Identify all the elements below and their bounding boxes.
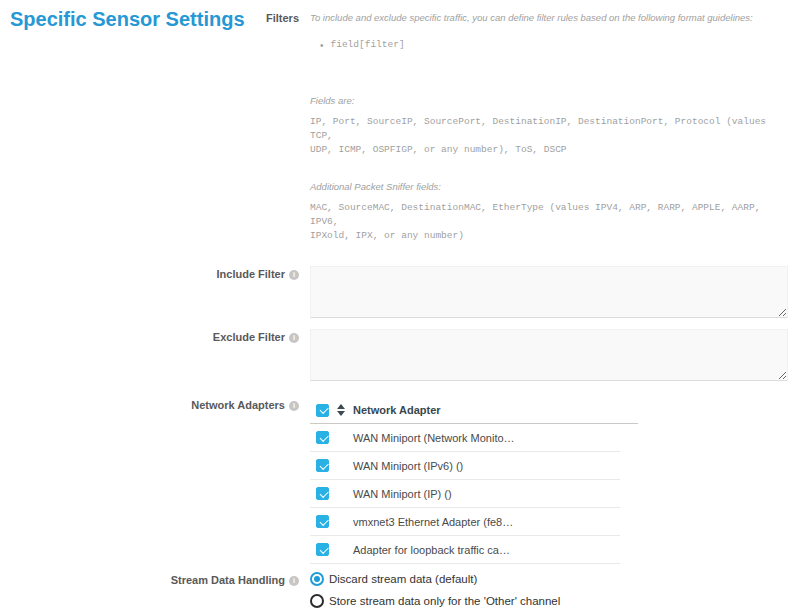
filters-row: Filters To include and exclude specific … bbox=[0, 0, 802, 243]
sort-icon[interactable] bbox=[337, 404, 345, 416]
radio-option-label: Store stream data only for the 'Other' c… bbox=[329, 595, 560, 607]
additional-fields-label: Additional Packet Sniffer fields: bbox=[310, 181, 791, 192]
adapter-name: vmxnet3 Ethernet Adapter (fe8… bbox=[353, 516, 513, 528]
filters-guidance: To include and exclude specific traffic,… bbox=[310, 10, 791, 243]
info-icon[interactable]: i bbox=[289, 333, 299, 343]
network-adapters-label-text: Network Adapters bbox=[191, 399, 285, 411]
network-adapters-row: Network Adaptersi Network Adapter WAN Mi… bbox=[0, 397, 802, 564]
table-row: Adapter for loopback traffic ca… bbox=[310, 536, 620, 564]
adapter-checkbox[interactable] bbox=[316, 515, 329, 528]
network-adapters-label: Network Adaptersi bbox=[0, 397, 310, 411]
exclude-filter-row: Exclude Filteri bbox=[0, 329, 802, 381]
adapter-checkbox[interactable] bbox=[316, 487, 329, 500]
table-row: WAN Miniport (IP) () bbox=[310, 480, 620, 508]
table-row: WAN Miniport (Network Monito… bbox=[310, 424, 620, 452]
adapter-column-header[interactable]: Network Adapter bbox=[353, 404, 441, 416]
filters-format-bullet: • field[filter] bbox=[320, 38, 791, 52]
sort-desc-arrow bbox=[337, 411, 345, 416]
adapter-name: WAN Miniport (IPv6) () bbox=[353, 460, 463, 472]
info-icon[interactable]: i bbox=[289, 576, 299, 586]
network-adapter-table: Network Adapter WAN Miniport (Network Mo… bbox=[310, 397, 638, 564]
sensor-settings-form: Filters To include and exclude specific … bbox=[0, 0, 802, 608]
filters-intro-text: To include and exclude specific traffic,… bbox=[310, 10, 791, 23]
exclude-filter-input[interactable] bbox=[310, 329, 788, 381]
additional-fields-list: MAC, SourceMAC, DestinationMAC, EtherTyp… bbox=[310, 201, 791, 243]
filters-format-pattern: field[filter] bbox=[331, 38, 405, 52]
adapter-table-header: Network Adapter bbox=[310, 397, 638, 424]
filters-label: Filters bbox=[0, 10, 310, 24]
include-filter-label: Include Filteri bbox=[0, 266, 310, 280]
table-row: vmxnet3 Ethernet Adapter (fe8… bbox=[310, 508, 620, 536]
stream-data-handling-label-text: Stream Data Handling bbox=[171, 574, 285, 586]
fields-list: IP, Port, SourceIP, SourcePort, Destinat… bbox=[310, 115, 791, 157]
adapter-name: WAN Miniport (IP) () bbox=[353, 488, 452, 500]
adapter-checkbox[interactable] bbox=[316, 459, 329, 472]
table-row: WAN Miniport (IPv6) () bbox=[310, 452, 620, 480]
exclude-filter-label-text: Exclude Filter bbox=[213, 331, 285, 343]
include-filter-label-text: Include Filter bbox=[217, 268, 285, 280]
radio-button[interactable] bbox=[310, 594, 324, 608]
filters-label-text: Filters bbox=[266, 12, 299, 24]
fields-are-label: Fields are: bbox=[310, 95, 791, 106]
include-filter-row: Include Filteri bbox=[0, 266, 802, 318]
adapter-checkbox[interactable] bbox=[316, 543, 329, 556]
bullet-icon: • bbox=[320, 40, 324, 51]
adapter-name: Adapter for loopback traffic ca… bbox=[353, 544, 510, 556]
radio-button[interactable] bbox=[310, 572, 324, 586]
radio-option-label: Discard stream data (default) bbox=[329, 573, 477, 585]
info-icon[interactable]: i bbox=[289, 270, 299, 280]
stream-data-handling-row: Stream Data Handlingi Discard stream dat… bbox=[0, 572, 802, 608]
adapter-name: WAN Miniport (Network Monito… bbox=[353, 432, 515, 444]
stream-data-handling-label: Stream Data Handlingi bbox=[0, 572, 310, 586]
radio-option-store-other[interactable]: Store stream data only for the 'Other' c… bbox=[310, 594, 791, 608]
include-filter-input[interactable] bbox=[310, 266, 788, 318]
exclude-filter-label: Exclude Filteri bbox=[0, 329, 310, 343]
radio-option-discard[interactable]: Discard stream data (default) bbox=[310, 572, 791, 586]
sort-asc-arrow bbox=[337, 404, 345, 409]
adapter-checkbox[interactable] bbox=[316, 431, 329, 444]
info-icon[interactable]: i bbox=[289, 401, 299, 411]
select-all-checkbox[interactable] bbox=[316, 404, 329, 417]
